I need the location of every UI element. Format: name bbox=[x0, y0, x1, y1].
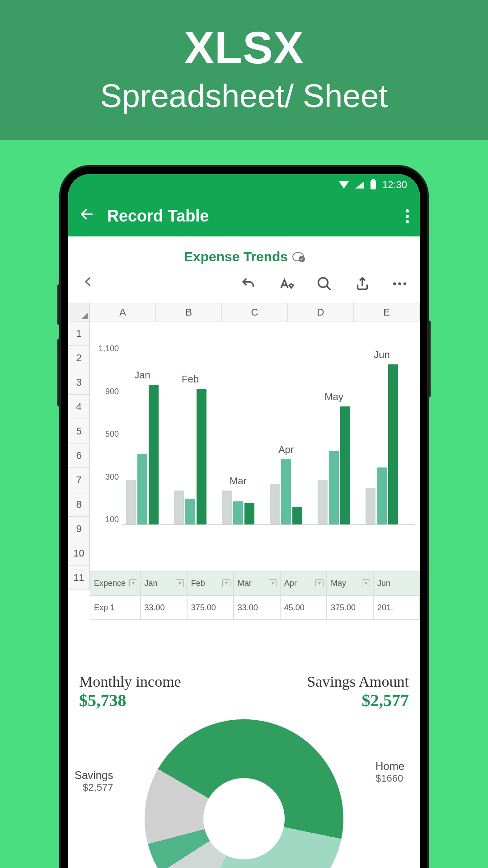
dropdown-icon[interactable]: ▾ bbox=[129, 579, 137, 587]
col-header[interactable]: B bbox=[156, 303, 222, 321]
dropdown-icon[interactable]: ▾ bbox=[222, 579, 230, 587]
banner-subtitle: Spreadsheet/ Sheet bbox=[0, 77, 488, 114]
table-header-cell[interactable]: Expence▾ bbox=[90, 571, 141, 595]
promo-banner: XLSX Spreadsheet/ Sheet bbox=[0, 0, 488, 140]
table-header-cell[interactable]: Jun bbox=[373, 571, 420, 595]
format-text-button[interactable] bbox=[278, 275, 295, 292]
signal-icon bbox=[355, 181, 364, 189]
document-title[interactable]: Expense Trends bbox=[184, 249, 288, 264]
status-bar: 12:30 bbox=[68, 174, 420, 196]
more-menu-button[interactable] bbox=[406, 209, 409, 223]
status-time: 12:30 bbox=[382, 179, 407, 191]
row-header[interactable]: 11 bbox=[68, 566, 90, 590]
select-all-corner[interactable] bbox=[68, 303, 90, 321]
kpi-label: Monthly income bbox=[79, 673, 181, 690]
table-cell[interactable]: 375.00 bbox=[187, 595, 234, 620]
data-table[interactable]: Expence▾ Jan▾ Feb▾ Mar▾ Apr▾ May▾ Jun Ex… bbox=[90, 571, 420, 620]
donut-chart[interactable]: Savings$2,577 Home$1660 Food$500 Enterta… bbox=[79, 719, 409, 868]
embedded-bar-chart[interactable]: 1,100900500300100 JanFebMarAprMayJun bbox=[90, 321, 420, 590]
table-cell[interactable]: 375.00 bbox=[327, 595, 373, 620]
row-header[interactable]: 6 bbox=[68, 443, 90, 468]
row-header[interactable]: 3 bbox=[68, 370, 90, 395]
col-header[interactable]: E bbox=[354, 303, 420, 321]
banner-title: XLSX bbox=[0, 22, 488, 74]
dropdown-icon[interactable]: ▾ bbox=[362, 579, 370, 587]
col-header[interactable]: D bbox=[288, 303, 354, 321]
phone-screen: 12:30 Record Table Expense Trends bbox=[68, 174, 420, 868]
row-header[interactable]: 1 bbox=[68, 321, 90, 346]
cloud-sync-icon[interactable] bbox=[292, 252, 304, 261]
table-cell[interactable]: 33.00 bbox=[234, 595, 280, 620]
table-header-cell[interactable]: Jan▾ bbox=[141, 571, 187, 595]
app-bar: Record Table bbox=[68, 196, 420, 236]
share-button[interactable] bbox=[354, 275, 371, 292]
overflow-button[interactable]: ••• bbox=[392, 275, 409, 292]
row-header[interactable]: 2 bbox=[68, 346, 90, 370]
row-header[interactable]: 5 bbox=[68, 419, 90, 443]
table-row: Exp 1 33.00 375.00 33.00 45.00 375.00 20… bbox=[90, 595, 420, 620]
table-header-cell[interactable]: May▾ bbox=[327, 571, 373, 595]
phone-button-left-1 bbox=[57, 284, 61, 325]
callout-savings: Savings$2,577 bbox=[75, 769, 113, 793]
battery-icon bbox=[371, 180, 376, 189]
phone-button-right bbox=[427, 321, 431, 397]
dropdown-icon[interactable]: ▾ bbox=[176, 579, 184, 587]
table-cell[interactable]: Exp 1 bbox=[90, 595, 141, 620]
row-header[interactable]: 8 bbox=[68, 492, 90, 517]
spreadsheet-area[interactable]: A B C D E 1 2 3 4 5 6 7 8 bbox=[68, 303, 420, 590]
kpi-label: Savings Amount bbox=[307, 673, 409, 690]
dropdown-icon[interactable]: ▾ bbox=[269, 579, 277, 587]
table-header-cell[interactable]: Feb▾ bbox=[187, 571, 234, 595]
kpi-value: $2,577 bbox=[307, 690, 409, 710]
dashboard-section: Monthly income $5,738 Savings Amount $2,… bbox=[68, 660, 420, 868]
row-header[interactable]: 4 bbox=[68, 395, 90, 419]
document-title-row: Expense Trends bbox=[68, 236, 420, 271]
dropdown-icon[interactable]: ▾ bbox=[315, 579, 324, 587]
undo-button[interactable] bbox=[240, 275, 257, 292]
col-header[interactable]: A bbox=[90, 303, 156, 321]
table-cell[interactable]: 45.00 bbox=[280, 595, 327, 620]
svg-point-0 bbox=[319, 278, 328, 287]
wifi-icon bbox=[339, 181, 349, 189]
kpi-value: $5,738 bbox=[79, 690, 181, 710]
col-header[interactable]: C bbox=[222, 303, 288, 321]
row-header-col: 1 2 3 4 5 6 7 8 9 10 11 bbox=[68, 321, 90, 590]
table-header-cell[interactable]: Mar▾ bbox=[234, 571, 280, 595]
callout-home: Home$1660 bbox=[375, 760, 404, 784]
table-header-cell[interactable]: Apr▾ bbox=[280, 571, 327, 595]
row-header[interactable]: 9 bbox=[68, 517, 90, 541]
app-title: Record Table bbox=[107, 207, 406, 226]
table-cell[interactable]: 33.00 bbox=[141, 595, 187, 620]
phone-frame: 12:30 Record Table Expense Trends bbox=[61, 167, 427, 868]
kpi-monthly-income: Monthly income $5,738 bbox=[79, 673, 181, 710]
collapse-button[interactable] bbox=[82, 273, 94, 295]
table-cell[interactable]: 201. bbox=[373, 595, 420, 620]
row-header[interactable]: 10 bbox=[68, 541, 90, 566]
phone-button-left-2 bbox=[57, 339, 61, 406]
back-button[interactable] bbox=[79, 207, 94, 226]
kpi-savings-amount: Savings Amount $2,577 bbox=[307, 673, 409, 710]
search-button[interactable] bbox=[316, 275, 333, 292]
table-row: Expence▾ Jan▾ Feb▾ Mar▾ Apr▾ May▾ Jun bbox=[90, 571, 420, 595]
toolbar: ••• bbox=[68, 271, 420, 303]
row-header[interactable]: 7 bbox=[68, 468, 90, 492]
column-header-row: A B C D E bbox=[68, 303, 420, 321]
